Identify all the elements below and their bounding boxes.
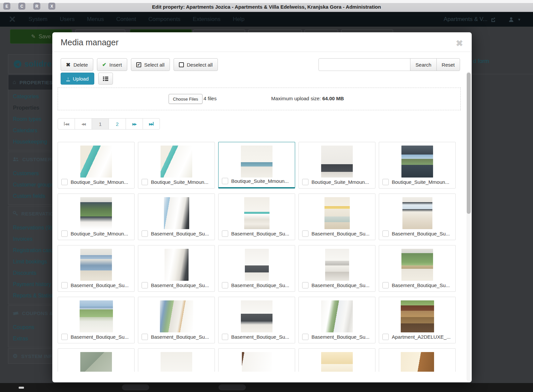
pagination-page-1[interactable]: 1 — [92, 118, 109, 130]
media-thumbnail[interactable] — [80, 249, 112, 281]
media-thumbnail[interactable] — [324, 197, 350, 229]
media-thumbnail[interactable] — [401, 300, 434, 332]
media-item-checkbox[interactable] — [222, 230, 228, 237]
media-thumbnail[interactable] — [244, 197, 269, 229]
pagination-next[interactable]: ▶▶ — [126, 118, 143, 130]
insert-button[interactable]: ✔ Insert — [97, 58, 127, 71]
list-view-button[interactable] — [98, 73, 113, 85]
background-partial-link[interactable]: d form — [473, 58, 489, 65]
choose-files-button[interactable]: Choose Files — [169, 94, 203, 104]
scrollbar-thumb[interactable] — [467, 73, 471, 214]
media-thumbnail[interactable] — [161, 146, 192, 178]
media-item[interactable]: Boutique_Suite_Mmoun... — [379, 142, 456, 189]
media-thumbnail[interactable] — [321, 352, 353, 372]
media-item[interactable]: Basement_Boutique_Su... — [218, 194, 295, 240]
media-item[interactable]: Basement_Boutique_Su... — [218, 245, 295, 292]
media-item-checkbox[interactable] — [302, 334, 308, 340]
media-item[interactable]: Basement_Boutique_Su... — [138, 297, 215, 343]
media-item[interactable]: Basement_Boutique_Su... — [298, 245, 375, 292]
media-item-checkbox[interactable] — [142, 282, 148, 288]
media-thumbnail[interactable] — [160, 300, 193, 332]
media-item[interactable] — [298, 348, 375, 372]
media-item[interactable]: Basement_Boutique_Su... — [138, 245, 215, 292]
menu-item-users[interactable]: Users — [60, 16, 74, 23]
media-item-checkbox[interactable] — [382, 334, 389, 340]
media-item[interactable] — [138, 348, 215, 372]
media-item[interactable]: Basement_Boutique_Su... — [379, 245, 456, 292]
media-item[interactable]: Boutique_Suite_Mmoun... — [298, 142, 375, 189]
media-thumbnail[interactable] — [164, 197, 189, 229]
media-item-checkbox[interactable] — [61, 334, 68, 340]
chevron-down-icon[interactable]: ▾ — [518, 17, 520, 22]
media-item-checkbox[interactable] — [142, 230, 148, 237]
media-thumbnail[interactable] — [80, 197, 112, 229]
pagination-last[interactable]: ▶▶ — [143, 118, 160, 130]
media-thumbnail[interactable] — [241, 300, 272, 332]
media-item-checkbox[interactable] — [61, 230, 68, 237]
menu-item-menus[interactable]: Menus — [87, 16, 104, 23]
deselect-all-button[interactable]: Deselect all — [174, 58, 218, 71]
media-thumbnail[interactable] — [161, 352, 192, 372]
user-icon[interactable] — [508, 17, 514, 22]
reset-button[interactable]: Reset — [436, 58, 460, 71]
media-item-selected[interactable]: Boutique_Suite_Mmoun... — [218, 142, 295, 189]
media-item[interactable]: Basement_Boutique_Su... — [218, 297, 295, 343]
media-item[interactable]: Basement_Boutique_Su... — [58, 245, 135, 292]
modal-scrollbar[interactable] — [467, 72, 471, 381]
media-thumbnail[interactable] — [401, 352, 434, 372]
media-item[interactable] — [379, 348, 456, 372]
media-item[interactable]: Boutique_Suite_Mmoun... — [138, 142, 215, 189]
media-item-checkbox[interactable] — [142, 179, 148, 185]
media-thumbnail[interactable] — [402, 197, 432, 229]
upload-button[interactable]: ↑ Upload — [61, 73, 94, 85]
menu-item-help[interactable]: Help — [233, 16, 245, 23]
media-item-checkbox[interactable] — [142, 334, 148, 340]
media-thumbnail[interactable] — [401, 146, 433, 178]
view-site-link[interactable]: Apartments & V... — [444, 16, 488, 23]
media-item[interactable]: Basement_Boutique_Su... — [379, 194, 456, 240]
media-item-checkbox[interactable] — [382, 282, 389, 288]
media-item[interactable] — [218, 348, 295, 372]
delete-button[interactable]: ✖ Delete — [61, 58, 93, 71]
media-item[interactable]: Basement_Boutique_Su... — [298, 297, 375, 343]
media-item-checkbox[interactable] — [222, 282, 228, 288]
menu-item-extensions[interactable]: Extensions — [193, 16, 221, 23]
media-item-checkbox[interactable] — [302, 230, 308, 237]
media-thumbnail[interactable] — [245, 249, 269, 281]
media-item[interactable]: Boutique_Suite_Mmoun... — [58, 194, 135, 240]
search-input[interactable] — [318, 58, 410, 71]
search-button[interactable]: Search — [410, 58, 437, 71]
media-item-checkbox[interactable] — [222, 178, 228, 184]
media-item-checkbox[interactable] — [382, 179, 389, 185]
media-item-checkbox[interactable] — [222, 334, 228, 340]
media-item[interactable]: Basement_Boutique_Su... — [58, 297, 135, 343]
media-item[interactable] — [58, 348, 135, 372]
media-thumbnail[interactable] — [80, 146, 112, 178]
media-item[interactable]: Basement_Boutique_Su... — [138, 194, 215, 240]
media-item-checkbox[interactable] — [302, 282, 308, 288]
pagination-prev[interactable]: ◀◀ — [75, 118, 92, 130]
media-item[interactable]: Basement_Boutique_Su... — [298, 194, 375, 240]
media-thumbnail[interactable] — [321, 146, 353, 178]
media-item-checkbox[interactable] — [382, 230, 389, 237]
media-thumbnail[interactable] — [401, 249, 433, 281]
media-item[interactable]: Apartment_A2DELUXE_... — [379, 297, 456, 343]
pagination-page-2[interactable]: 2 — [109, 118, 126, 130]
media-item-checkbox[interactable] — [61, 282, 68, 288]
media-item-checkbox[interactable] — [302, 179, 308, 185]
pagination-first[interactable]: ◀◀ — [58, 118, 75, 130]
select-all-button[interactable]: ✔ Select all — [131, 58, 170, 71]
media-thumbnail[interactable] — [321, 300, 353, 332]
media-item[interactable]: Boutique_Suite_Mmoun... — [58, 142, 135, 189]
media-thumbnail[interactable] — [242, 352, 272, 372]
media-thumbnail[interactable] — [80, 300, 113, 332]
media-thumbnail[interactable] — [241, 146, 272, 178]
media-item-checkbox[interactable] — [61, 179, 68, 185]
media-thumbnail[interactable] — [165, 249, 189, 281]
close-icon[interactable]: ✖ — [456, 38, 463, 49]
media-thumbnail[interactable] — [80, 352, 112, 372]
menu-item-content[interactable]: Content — [116, 16, 136, 23]
upload-dropzone[interactable]: Choose Files 4 files Maximum upload size… — [58, 88, 461, 110]
menu-item-components[interactable]: Components — [148, 16, 180, 23]
media-thumbnail[interactable] — [325, 249, 349, 281]
